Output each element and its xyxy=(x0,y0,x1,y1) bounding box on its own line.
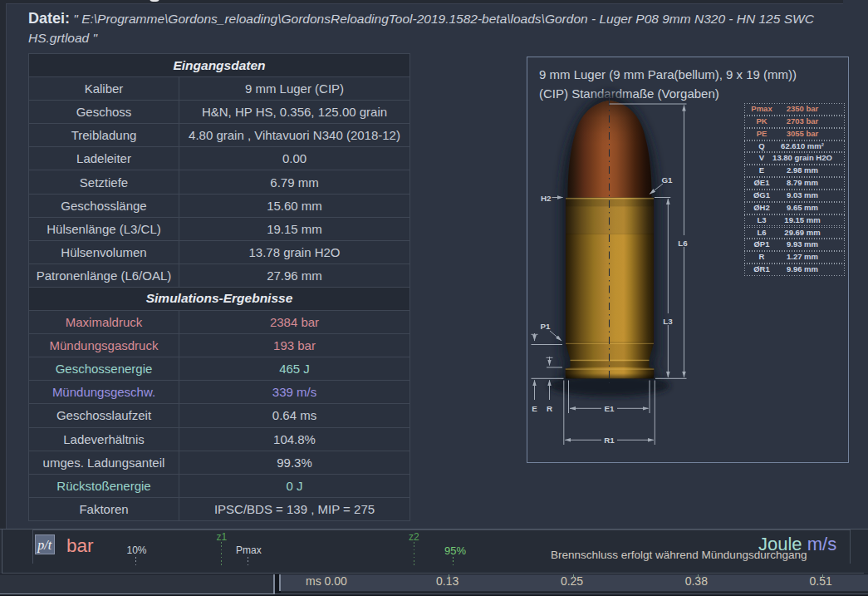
svg-text:L3: L3 xyxy=(663,317,673,326)
svg-text:E1: E1 xyxy=(605,404,615,413)
svg-text:H2: H2 xyxy=(541,194,552,203)
svg-text:G1: G1 xyxy=(662,175,674,185)
svg-text:L6: L6 xyxy=(678,239,688,248)
svg-text:R1: R1 xyxy=(604,436,615,445)
svg-text:R: R xyxy=(547,404,552,413)
svg-text:P1: P1 xyxy=(541,322,552,331)
svg-text:E: E xyxy=(532,404,537,413)
